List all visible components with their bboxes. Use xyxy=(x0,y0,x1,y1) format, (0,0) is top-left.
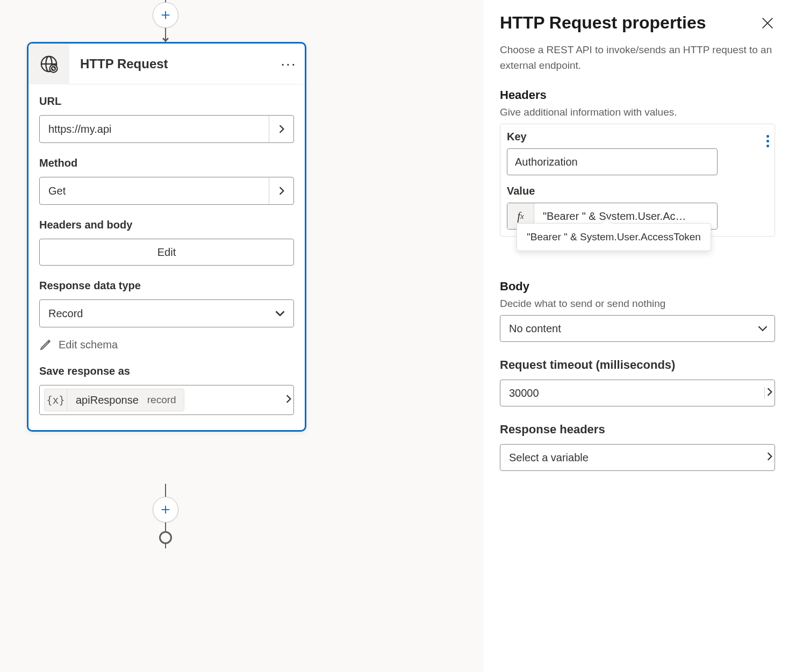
properties-panel: HTTP Request properties Choose a REST AP… xyxy=(484,0,803,672)
response-type-value: Record xyxy=(40,308,267,320)
variable-type: record xyxy=(147,394,176,406)
add-node-button-top[interactable] xyxy=(153,2,178,28)
body-select[interactable]: No content xyxy=(500,315,775,342)
headers-sub: Give additional information with values. xyxy=(500,106,775,118)
edit-schema-button[interactable]: Edit schema xyxy=(39,338,294,351)
http-icon xyxy=(28,44,69,84)
save-as-input[interactable]: {x} apiResponse record xyxy=(39,385,294,415)
timeout-input[interactable]: 30000 xyxy=(500,380,775,406)
body-heading: Body xyxy=(500,280,775,294)
timeout-value: 30000 xyxy=(500,387,764,399)
key-label: Key xyxy=(507,131,768,143)
headers-body-label: Headers and body xyxy=(39,219,294,231)
chevron-down-icon xyxy=(757,323,768,334)
edit-schema-label: Edit schema xyxy=(59,339,118,351)
plus-icon xyxy=(160,504,171,516)
end-node-icon xyxy=(159,531,172,544)
header-key-input[interactable] xyxy=(507,148,718,175)
value-label: Value xyxy=(507,185,768,197)
variable-icon: {x} xyxy=(45,389,67,411)
header-entry: Key Value fx "Bearer " & System.User.Ac…… xyxy=(500,124,775,237)
url-label: URL xyxy=(39,95,294,108)
headers-heading: Headers xyxy=(500,88,775,102)
body-sub: Decide what to send or send nothing xyxy=(500,298,775,310)
close-button[interactable] xyxy=(760,16,775,31)
variable-name: apiResponse xyxy=(67,394,147,406)
save-as-expand-button[interactable] xyxy=(284,394,293,406)
timeout-label: Request timeout (milliseconds) xyxy=(500,358,775,372)
svg-line-6 xyxy=(48,341,49,342)
response-type-chevron[interactable] xyxy=(267,308,293,319)
chevron-right-icon xyxy=(277,186,286,196)
save-as-label: Save response as xyxy=(39,365,294,377)
add-node-button-bottom[interactable] xyxy=(153,497,178,523)
response-type-select[interactable]: Record xyxy=(39,299,294,327)
response-type-label: Response data type xyxy=(39,280,294,292)
header-more-button[interactable] xyxy=(766,135,769,147)
plus-icon xyxy=(160,9,171,21)
response-headers-value: Select a variable xyxy=(500,452,765,464)
svg-point-5 xyxy=(49,65,57,72)
body-value: No content xyxy=(500,323,751,335)
node-more-button[interactable]: ··· xyxy=(273,55,305,73)
node-header: HTTP Request ··· xyxy=(28,44,305,84)
variable-pill: {x} apiResponse record xyxy=(44,389,184,411)
url-input[interactable]: https://my.api xyxy=(39,115,294,143)
http-request-node[interactable]: HTTP Request ··· URL https://my.api Meth… xyxy=(27,42,306,432)
response-headers-select[interactable]: Select a variable xyxy=(500,444,775,471)
value-tooltip: "Bearer " & System.User.AccessToken xyxy=(517,223,711,251)
chevron-right-icon xyxy=(765,387,775,397)
response-headers-label: Response headers xyxy=(500,423,775,437)
method-expand-button[interactable] xyxy=(269,177,293,204)
method-select[interactable]: Get xyxy=(39,177,294,205)
chevron-right-icon xyxy=(765,452,775,461)
panel-title: HTTP Request properties xyxy=(500,13,706,33)
pencil-icon xyxy=(39,338,52,351)
chevron-right-icon xyxy=(284,394,293,404)
chevron-right-icon xyxy=(277,124,286,134)
panel-description: Choose a REST API to invoke/sends an HTT… xyxy=(500,42,775,73)
method-label: Method xyxy=(39,157,294,169)
url-expand-button[interactable] xyxy=(269,116,293,142)
header-value-text: "Bearer " & System.User.Ac… xyxy=(534,210,717,223)
chevron-down-icon xyxy=(275,308,285,319)
method-value: Get xyxy=(40,185,269,197)
url-value: https://my.api xyxy=(40,123,269,135)
node-title: HTTP Request xyxy=(69,56,273,72)
edit-headers-body-button[interactable]: Edit xyxy=(39,239,294,266)
